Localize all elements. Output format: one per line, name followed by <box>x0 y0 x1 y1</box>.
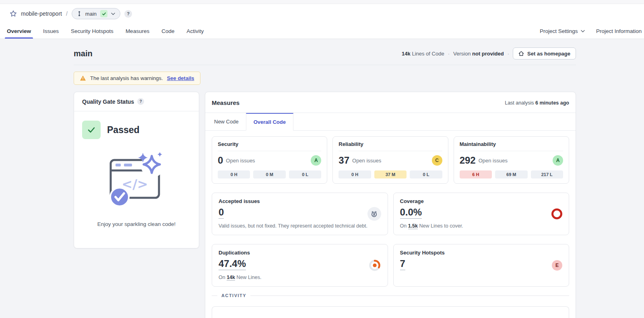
security-open-issues-count[interactable]: 0 <box>218 155 223 166</box>
branch-icon <box>77 11 82 16</box>
tab-activity[interactable]: Activity <box>180 23 210 39</box>
coverage-lines-value[interactable]: 1.5k <box>408 223 418 229</box>
maintainability-rating-card: Maintainability 292 Open issues A 6 H 69… <box>454 136 569 184</box>
security-low-pill[interactable]: 0 L <box>289 170 321 178</box>
quality-gate-status: Passed <box>107 125 140 135</box>
loc-label: Lines of Code <box>412 51 444 57</box>
maintainability-open-issues-label: Open issues <box>479 158 508 164</box>
maintainability-low-pill[interactable]: 217 L <box>531 170 563 178</box>
version-value: not provided <box>472 51 504 57</box>
branch-help-icon[interactable]: ? <box>124 10 132 18</box>
security-hotspots-value[interactable]: 7 <box>400 258 405 270</box>
security-open-issues-label: Open issues <box>226 158 255 164</box>
duplications-context: On 14k New Lines. <box>219 275 381 280</box>
home-icon <box>518 51 524 56</box>
coverage-ring-icon <box>551 209 562 220</box>
tab-new-code[interactable]: New Code <box>207 113 246 130</box>
security-grade-badge: A <box>311 155 321 166</box>
breadcrumb-separator: / <box>66 10 68 17</box>
coverage-value[interactable]: 0.0% <box>400 206 422 219</box>
project-information-link[interactable]: Project Information <box>596 23 642 39</box>
clean-code-illustration: </> <box>74 150 199 212</box>
branch-name: main <box>85 11 97 17</box>
chevron-down-icon <box>111 12 115 15</box>
coverage-title: Coverage <box>400 198 563 204</box>
reliability-high-pill[interactable]: 0 H <box>339 170 371 178</box>
meta-dot: · <box>508 51 509 57</box>
duplications-value[interactable]: 47.4% <box>219 258 246 270</box>
security-rating-card: Security 0 Open issues A 0 H 0 M 0 L <box>212 136 327 184</box>
tab-security-hotspots[interactable]: Security Hotspots <box>65 23 120 39</box>
warning-message: The last analysis has warnings. <box>90 75 163 81</box>
quality-gate-title: Quality Gate Status <box>82 98 134 105</box>
reliability-low-pill[interactable]: 0 L <box>410 170 442 178</box>
accepted-issues-description: Valid issues, but not fixed. They repres… <box>219 223 381 229</box>
tab-measures[interactable]: Measures <box>120 23 155 39</box>
set-homepage-button[interactable]: Set as homepage <box>513 47 576 59</box>
maintainability-grade-badge: A <box>553 155 563 166</box>
set-homepage-label: Set as homepage <box>527 51 570 57</box>
duplications-donut-icon <box>368 259 381 272</box>
tab-overview[interactable]: Overview <box>1 23 37 39</box>
tab-overall-code[interactable]: Overall Code <box>246 113 293 131</box>
chevron-down-icon <box>581 30 585 33</box>
maintainability-title: Maintainability <box>460 141 563 151</box>
accepted-issues-value[interactable]: 0 <box>219 206 224 219</box>
quality-gate-card: Quality Gate Status ? Passed </> <box>74 92 199 248</box>
project-settings-label: Project Settings <box>540 28 578 34</box>
reliability-rating-card: Reliability 37 Open issues C 0 H 37 M 0 … <box>332 136 448 184</box>
breadcrumb: mobile-petroport / main ? <box>0 4 644 23</box>
reliability-title: Reliability <box>339 141 442 151</box>
meta-dot: · <box>448 51 450 57</box>
last-analysis-label: Last analysis <box>505 100 534 106</box>
reliability-open-issues-count[interactable]: 37 <box>339 155 349 166</box>
duplications-lines-value[interactable]: 14k <box>227 275 235 281</box>
see-details-link[interactable]: See details <box>167 75 194 81</box>
security-high-pill[interactable]: 0 H <box>218 170 250 178</box>
activity-section-label: ACTIVITY <box>217 293 250 298</box>
code-scope-tabs: New Code Overall Code <box>205 113 576 131</box>
tab-issues[interactable]: Issues <box>37 23 65 39</box>
project-nav: Overview Issues Security Hotspots Measur… <box>0 23 644 39</box>
coverage-context-suffix: New Lines to cover. <box>419 223 463 229</box>
loc-value: 14k <box>402 51 411 57</box>
page-title: main <box>74 49 93 58</box>
security-hotspots-title: Security Hotspots <box>400 250 563 256</box>
version-label: Version <box>453 51 471 57</box>
passed-check-icon <box>82 121 101 139</box>
security-medium-pill[interactable]: 0 M <box>253 170 285 178</box>
coverage-card: Coverage 0.0% On 1.5k New Lines to cover… <box>393 193 570 235</box>
duplications-card: Duplications 47.4% On 14k New Lines. <box>212 244 388 287</box>
duplications-context-suffix: New Lines. <box>237 275 262 280</box>
reliability-grade-badge: C <box>432 155 442 166</box>
activity-graph-card <box>212 306 569 318</box>
browser-top-strip <box>0 0 644 4</box>
project-meta: 14k Lines of Code · Version not provided… <box>402 47 576 59</box>
favorite-star-icon[interactable] <box>10 10 17 17</box>
quality-gate-help-icon[interactable]: ? <box>137 98 144 105</box>
clean-code-caption: Enjoy your sparkling clean code! <box>74 221 199 227</box>
title-divider <box>74 65 576 65</box>
maintainability-open-issues-count[interactable]: 292 <box>460 155 476 166</box>
security-hotspots-grade-badge: E <box>552 260 562 271</box>
warning-icon <box>80 75 86 81</box>
maintainability-medium-pill[interactable]: 69 M <box>495 170 527 178</box>
overview-page: main 14k Lines of Code · Version not pro… <box>74 39 576 318</box>
activity-divider: ACTIVITY <box>212 295 569 296</box>
last-analysis: Last analysis 6 minutes ago <box>505 100 569 106</box>
maintainability-high-pill[interactable]: 6 H <box>460 170 492 178</box>
tab-code[interactable]: Code <box>155 23 180 39</box>
branch-selector[interactable]: main <box>72 8 120 19</box>
measures-panel: Measures Last analysis 6 minutes ago New… <box>205 92 576 318</box>
security-title: Security <box>218 141 321 151</box>
branch-status-passed-icon <box>100 10 107 17</box>
project-header: mobile-petroport / main ? Overview Issue… <box>0 4 644 39</box>
coverage-context: On 1.5k New Lines to cover. <box>400 223 563 229</box>
reliability-medium-pill[interactable]: 37 M <box>374 170 407 178</box>
snooze-clock-icon <box>367 207 381 221</box>
breadcrumb-project-name[interactable]: mobile-petroport <box>21 10 62 17</box>
project-settings-menu[interactable]: Project Settings <box>540 23 585 39</box>
measures-title: Measures <box>212 99 239 106</box>
analysis-warning-banner: The last analysis has warnings. See deta… <box>74 72 200 85</box>
duplications-context-prefix: On <box>219 275 225 280</box>
